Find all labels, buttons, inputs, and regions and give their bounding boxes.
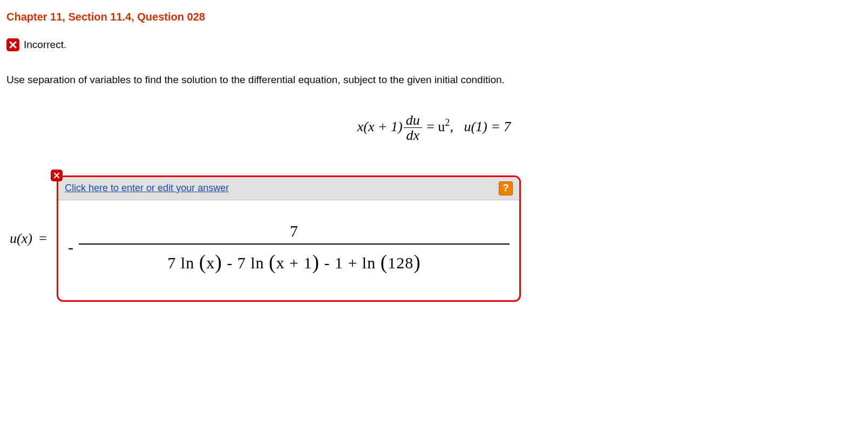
incorrect-icon xyxy=(6,38,19,51)
question-prompt: Use separation of variables to find the … xyxy=(6,74,862,86)
answer-denominator: 7 ln (x) - 7 ln (x + 1) - 1 + ln (128) xyxy=(79,245,510,273)
eq-rhs-eq: = u xyxy=(423,119,445,134)
eq-frac-den: dx xyxy=(404,128,422,143)
answer-box: Click here to enter or edit your answer … xyxy=(57,175,521,302)
eq-derivative-fraction: dudx xyxy=(404,113,422,143)
help-icon[interactable]: ? xyxy=(499,181,513,195)
answer-header: Click here to enter or edit your answer … xyxy=(58,177,519,200)
answer-body[interactable]: - 7 7 ln (x) - 7 ln (x + 1) - 1 + ln (12… xyxy=(58,200,519,300)
status-text: Incorrect. xyxy=(24,39,66,51)
answer-numerator: 7 xyxy=(79,222,510,245)
answer-box-wrap: Click here to enter or edit your answer … xyxy=(57,175,521,302)
status-row: Incorrect. xyxy=(6,38,862,51)
eq-initial-condition: u(1) = 7 xyxy=(464,119,511,134)
answer-area: u(x) = Click here to enter or edit your … xyxy=(10,175,862,302)
differential-equation: x(x + 1)dudx = u2, u(1) = 7 xyxy=(6,113,862,143)
question-title: Chapter 11, Section 11.4, Question 028 xyxy=(6,11,862,23)
ux-text: u(x) xyxy=(10,231,32,246)
answer-fraction: 7 7 ln (x) - 7 ln (x + 1) - 1 + ln (128) xyxy=(79,222,510,273)
answer-negative-sign: - xyxy=(68,238,73,256)
edit-answer-link[interactable]: Click here to enter or edit your answer xyxy=(65,182,229,194)
eq-comma: , xyxy=(450,119,453,134)
ux-label: u(x) = xyxy=(10,231,47,247)
close-icon[interactable] xyxy=(51,170,63,181)
ux-eq: = xyxy=(36,231,47,246)
eq-frac-num: du xyxy=(404,113,422,128)
eq-lhs-pre: x(x + 1) xyxy=(357,119,403,134)
